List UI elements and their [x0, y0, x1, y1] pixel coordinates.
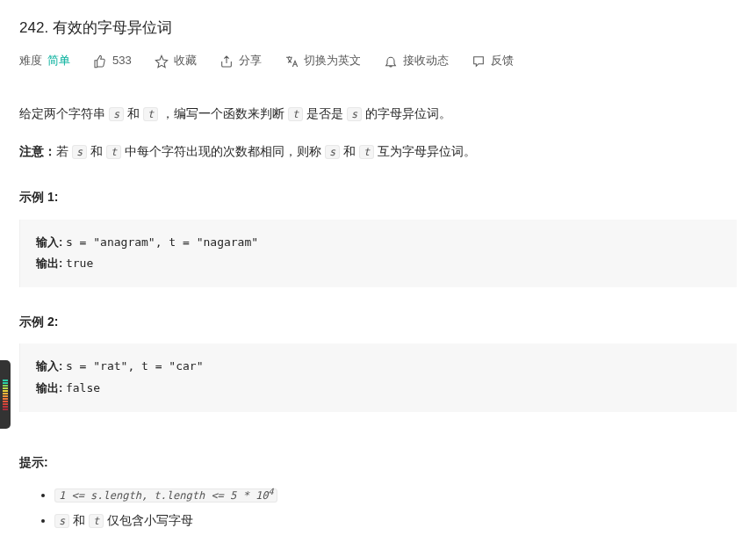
example-code-block: 输入: s = "anagram", t = "nagaram" 输出: tru… — [19, 220, 737, 287]
example-1: 示例 1: 输入: s = "anagram", t = "nagaram" 输… — [19, 187, 737, 287]
code-s: s — [325, 145, 340, 159]
bell-icon — [384, 54, 398, 69]
hint-code: 1 <= s.length, t.length <= 5 * 104 — [54, 488, 277, 503]
handle-bar — [3, 401, 8, 402]
example-2: 示例 2: 输入: s = "rat", t = "car" 输出: false — [19, 312, 737, 412]
description-paragraph-1: 给定两个字符串 s 和 t ，编写一个函数来判断 t 是否是 s 的字母异位词。 — [19, 102, 737, 126]
list-item: s 和 t 仅包含小写字母 — [54, 510, 737, 532]
list-item: 1 <= s.length, t.length <= 5 * 104 — [54, 484, 737, 506]
handle-bar — [3, 382, 8, 384]
translate-icon — [284, 54, 299, 69]
code-s: s — [347, 107, 362, 121]
description-paragraph-2: 注意：若 s 和 t 中每个字符出现的次数都相同，则称 s 和 t 互为字母异位… — [19, 140, 737, 163]
handle-bar — [3, 403, 8, 405]
code-t: t — [143, 107, 158, 121]
star-icon — [155, 54, 169, 69]
feedback-label: 反馈 — [491, 52, 514, 70]
problem-number: 242 — [19, 19, 44, 36]
message-icon — [472, 54, 486, 69]
notifications-label: 接收动态 — [403, 52, 449, 70]
share-icon — [220, 54, 234, 69]
handle-bar — [3, 398, 8, 400]
difficulty-value: 简单 — [47, 52, 70, 70]
notifications-button[interactable]: 接收动态 — [384, 52, 449, 70]
feedback-button[interactable]: 反馈 — [472, 52, 514, 70]
example-heading: 示例 1: — [19, 187, 737, 206]
share-button[interactable]: 分享 — [220, 52, 262, 70]
thumbs-up-icon — [93, 54, 107, 69]
hints-section: 提示: 1 <= s.length, t.length <= 5 * 104 s… — [19, 452, 737, 532]
handle-bar — [3, 409, 8, 410]
code-s: s — [72, 145, 87, 159]
favorite-label: 收藏 — [174, 52, 197, 70]
translate-label: 切换为英文 — [304, 52, 361, 70]
code-t: t — [89, 514, 104, 528]
code-s: s — [54, 514, 69, 528]
example-code-block: 输入: s = "rat", t = "car" 输出: false — [19, 344, 737, 411]
hints-heading: 提示: — [19, 452, 737, 472]
note-label: 注意： — [19, 144, 56, 158]
handle-bar — [3, 390, 8, 392]
difficulty-label: 难度 — [19, 52, 42, 70]
handle-bar — [3, 393, 8, 394]
meta-row: 难度 简单 533 收藏 分享 切换为英文 — [19, 52, 737, 70]
problem-name: 有效的字母异位词 — [53, 19, 172, 36]
handle-bar — [3, 406, 8, 408]
description: 给定两个字符串 s 和 t ，编写一个函数来判断 t 是否是 s 的字母异位词。… — [19, 102, 737, 163]
favorite-button[interactable]: 收藏 — [155, 52, 197, 70]
translate-button[interactable]: 切换为英文 — [284, 52, 361, 70]
hints-list: 1 <= s.length, t.length <= 5 * 104 s 和 t… — [19, 484, 737, 532]
code-t: t — [359, 145, 374, 159]
side-handle[interactable] — [0, 360, 11, 429]
example-heading: 示例 2: — [19, 312, 737, 331]
code-s: s — [109, 107, 124, 121]
share-label: 分享 — [239, 52, 262, 70]
code-t: t — [288, 107, 303, 121]
code-t: t — [106, 145, 121, 159]
difficulty: 难度 简单 — [19, 52, 70, 70]
like-button[interactable]: 533 — [93, 52, 132, 70]
problem-title: 242. 有效的字母异位词 — [19, 16, 737, 40]
handle-bar — [3, 385, 8, 387]
like-count: 533 — [112, 52, 132, 70]
handle-bar — [3, 395, 8, 397]
handle-bar — [3, 380, 8, 381]
handle-bar — [3, 387, 8, 389]
